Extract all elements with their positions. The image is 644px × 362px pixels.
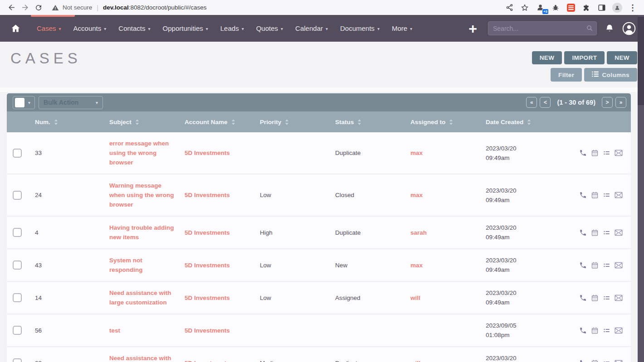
- assigned-user-link[interactable]: max: [410, 261, 423, 270]
- account-name-link[interactable]: 5D Investments: [185, 261, 230, 270]
- list-icon[interactable]: [603, 191, 610, 199]
- extensions-puzzle-icon[interactable]: [580, 2, 593, 14]
- account-name-link[interactable]: 5D Investments: [185, 326, 230, 335]
- nav-item[interactable]: Calendar ▾: [295, 24, 328, 32]
- nav-item[interactable]: Accounts ▾: [73, 24, 107, 32]
- row-checkbox[interactable]: [13, 293, 22, 302]
- bookmark-star-icon[interactable]: [518, 2, 532, 14]
- column-header-assigned[interactable]: Assigned to: [410, 119, 486, 125]
- row-checkbox[interactable]: [13, 191, 22, 200]
- account-name-link[interactable]: 5D Investments: [185, 190, 230, 200]
- pagination-prev-button[interactable]: <: [540, 97, 551, 108]
- phone-icon[interactable]: [579, 229, 587, 237]
- nav-item[interactable]: Quotes ▾: [256, 24, 283, 32]
- assigned-user-link[interactable]: will: [410, 358, 420, 362]
- back-icon[interactable]: [5, 2, 18, 14]
- calendar-icon[interactable]: [591, 327, 599, 334]
- column-header-status[interactable]: Status: [335, 119, 410, 125]
- browser-menu-kebab-icon[interactable]: ⋮: [626, 2, 639, 14]
- assigned-user-link[interactable]: sarah: [410, 228, 427, 237]
- email-icon[interactable]: [615, 192, 623, 198]
- calendar-icon[interactable]: [591, 149, 599, 157]
- case-subject-link[interactable]: Warning message when using the wrong bro…: [109, 181, 176, 209]
- column-header-num[interactable]: Num.: [35, 119, 109, 125]
- case-subject-link[interactable]: System not responding: [109, 256, 176, 275]
- sort-icon[interactable]: [231, 119, 235, 125]
- phone-icon[interactable]: [579, 359, 587, 362]
- pagination-next-button[interactable]: >: [602, 97, 613, 108]
- notifications-bell-icon[interactable]: [605, 24, 614, 33]
- select-all-checkbox[interactable]: [15, 98, 24, 107]
- pagination-last-button[interactable]: »: [615, 97, 626, 108]
- email-icon[interactable]: [615, 327, 623, 334]
- case-subject-link[interactable]: error message when using the wrong brows…: [109, 139, 176, 167]
- assigned-user-link[interactable]: max: [410, 190, 423, 200]
- account-name-link[interactable]: 5D Investments: [185, 228, 230, 237]
- column-header-priority[interactable]: Priority: [260, 119, 335, 125]
- calendar-icon[interactable]: [591, 191, 599, 199]
- browser-profile-avatar[interactable]: [610, 2, 624, 14]
- list-icon[interactable]: [603, 229, 610, 237]
- new-button-secondary[interactable]: NEW: [607, 51, 637, 64]
- column-header-account[interactable]: Account Name: [185, 119, 260, 125]
- phone-icon[interactable]: [579, 294, 587, 302]
- row-checkbox[interactable]: [13, 228, 22, 237]
- calendar-icon[interactable]: [591, 229, 599, 237]
- sort-icon[interactable]: [54, 119, 58, 125]
- list-icon[interactable]: [603, 327, 610, 334]
- forward-icon[interactable]: [18, 2, 32, 14]
- email-icon[interactable]: [615, 360, 623, 362]
- columns-button[interactable]: Columns: [584, 68, 637, 82]
- bulk-action-dropdown[interactable]: Bulk Action ▾: [39, 96, 103, 109]
- nav-item[interactable]: Leads ▾: [220, 24, 244, 32]
- account-name-link[interactable]: 5D Investments: [185, 293, 230, 303]
- quick-create-plus-icon[interactable]: +: [468, 21, 477, 36]
- search-input[interactable]: [488, 21, 597, 35]
- account-name-link[interactable]: 5D Investments: [185, 148, 230, 158]
- sort-icon[interactable]: [527, 119, 531, 125]
- sort-icon[interactable]: [135, 119, 139, 125]
- bug-extension-icon[interactable]: [549, 2, 562, 14]
- row-checkbox[interactable]: [13, 149, 22, 158]
- calendar-icon[interactable]: [591, 359, 599, 362]
- assigned-user-link[interactable]: will: [410, 293, 420, 303]
- account-name-link[interactable]: 5D Investments: [185, 358, 230, 362]
- row-checkbox[interactable]: [13, 358, 22, 362]
- nav-item[interactable]: Documents ▾: [340, 24, 380, 32]
- red-extension-icon[interactable]: [564, 2, 578, 14]
- select-all-dropdown[interactable]: ▾: [13, 96, 35, 109]
- column-header-subject[interactable]: Subject: [109, 119, 185, 125]
- phone-icon[interactable]: [579, 191, 587, 199]
- browser-profiles-icon[interactable]: +3: [533, 2, 547, 14]
- column-header-date-created[interactable]: Date Created: [486, 119, 554, 125]
- home-icon[interactable]: [11, 24, 20, 33]
- nav-item[interactable]: Opportunities ▾: [163, 24, 208, 32]
- list-icon[interactable]: [603, 261, 610, 269]
- page-scrollbar[interactable]: [638, 15, 644, 362]
- calendar-icon[interactable]: [591, 294, 599, 302]
- import-button[interactable]: IMPORT: [564, 51, 605, 64]
- case-subject-link[interactable]: Need assistance with large customization: [109, 288, 176, 307]
- sort-icon[interactable]: [285, 119, 289, 125]
- case-subject-link[interactable]: Having trouble adding new items: [109, 223, 176, 242]
- side-panel-icon[interactable]: [595, 2, 609, 14]
- reload-icon[interactable]: [32, 2, 45, 14]
- pagination-first-button[interactable]: «: [526, 97, 537, 108]
- security-label[interactable]: Not secure: [63, 4, 92, 11]
- case-subject-link[interactable]: test: [109, 326, 120, 335]
- phone-icon[interactable]: [579, 149, 587, 157]
- nav-item[interactable]: More ▾: [392, 24, 412, 32]
- row-checkbox[interactable]: [13, 261, 22, 270]
- list-icon[interactable]: [603, 294, 610, 302]
- address-bar[interactable]: Not secure | dev.local:8082/docroot/publ…: [51, 2, 503, 14]
- row-checkbox[interactable]: [13, 326, 22, 335]
- nav-item[interactable]: Contacts ▾: [118, 24, 150, 32]
- email-icon[interactable]: [615, 294, 623, 301]
- nav-item[interactable]: Cases ▾: [37, 24, 61, 32]
- list-icon[interactable]: [603, 359, 610, 362]
- phone-icon[interactable]: [579, 327, 587, 334]
- calendar-icon[interactable]: [591, 261, 599, 269]
- filter-button[interactable]: Filter: [551, 68, 582, 82]
- case-subject-link[interactable]: Need assistance with large customization: [109, 353, 176, 362]
- search-icon[interactable]: [586, 24, 593, 34]
